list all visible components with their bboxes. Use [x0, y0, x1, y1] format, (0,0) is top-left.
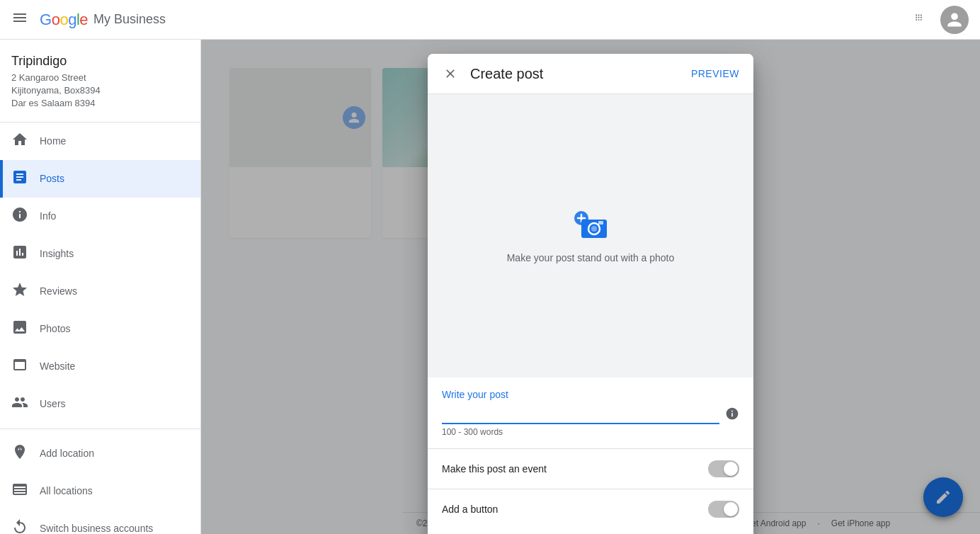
main-content: Create post PREVIEW	[201, 40, 980, 534]
post-section: Write your post 100 - 300 words	[428, 377, 753, 448]
svg-point-3	[591, 226, 597, 232]
post-input-wrapper	[442, 406, 719, 424]
event-toggle-row: Make this post an event	[428, 448, 753, 489]
info-icon	[11, 206, 28, 227]
reviews-icon	[11, 281, 28, 302]
sidebar-item-insights[interactable]: Insights	[0, 235, 200, 273]
website-icon	[11, 356, 28, 377]
preview-button[interactable]: PREVIEW	[691, 68, 739, 79]
sidebar-item-website[interactable]: Website	[0, 348, 200, 385]
write-post-label: Write your post	[442, 389, 739, 400]
home-icon	[11, 131, 28, 152]
sidebar-item-info[interactable]: Info	[0, 198, 200, 235]
app-name: My Business	[93, 12, 166, 27]
business-address: 2 Kangaroo Street Kijitonyama, Box8394 D…	[11, 72, 189, 110]
sidebar-item-add-location[interactable]: Add location	[0, 435, 200, 472]
sidebar-item-photos-label: Photos	[40, 323, 71, 334]
business-info: Tripindigo 2 Kangaroo Street Kijitonyama…	[0, 40, 200, 123]
button-toggle-label: Add a button	[442, 504, 498, 515]
post-input-row	[442, 406, 739, 424]
photo-upload-area[interactable]: Make your post stand out with a photo	[428, 94, 753, 377]
sidebar-item-all-locations-label: All locations	[40, 485, 93, 496]
insights-icon	[11, 244, 28, 264]
all-locations-icon	[11, 481, 28, 501]
sidebar-item-website-label: Website	[40, 360, 75, 372]
photo-upload-label: Make your post stand out with a photo	[507, 252, 675, 263]
svg-rect-4	[598, 221, 603, 225]
post-text-input[interactable]	[442, 406, 719, 424]
button-toggle-switch[interactable]	[708, 501, 739, 518]
modal-overlay: Create post PREVIEW	[201, 40, 980, 534]
sidebar-item-switch-business-label: Switch business accounts	[40, 523, 153, 534]
dialog-title: Create post	[470, 66, 691, 82]
sidebar-item-reviews-label: Reviews	[40, 285, 77, 297]
word-count-label: 100 - 300 words	[442, 427, 739, 437]
sidebar-item-reviews[interactable]: Reviews	[0, 273, 200, 310]
switch-business-icon	[11, 518, 28, 534]
dialog-body: Make your post stand out with a photo Wr…	[428, 94, 753, 534]
event-toggle-switch[interactable]	[708, 460, 739, 477]
sidebar-item-home[interactable]: Home	[0, 123, 200, 160]
apps-button[interactable]	[906, 6, 935, 34]
sidebar: Tripindigo 2 Kangaroo Street Kijitonyama…	[0, 40, 201, 534]
sidebar-item-home-label: Home	[40, 135, 66, 147]
add-photo-icon	[571, 208, 610, 244]
app-logo: Google My Business	[40, 11, 166, 29]
dialog-bottom-spacer	[428, 529, 753, 534]
event-toggle-label: Make this post an event	[442, 463, 547, 475]
nav-divider-1	[0, 428, 200, 429]
main-layout: Tripindigo 2 Kangaroo Street Kijitonyama…	[0, 40, 980, 534]
sidebar-item-users[interactable]: Users	[0, 385, 200, 423]
sidebar-item-switch-business[interactable]: Switch business accounts	[0, 510, 200, 534]
account-button[interactable]	[940, 6, 969, 34]
photos-icon	[11, 319, 28, 339]
sidebar-item-add-location-label: Add location	[40, 448, 94, 459]
create-post-dialog: Create post PREVIEW	[428, 54, 753, 534]
business-name: Tripindigo	[11, 54, 189, 69]
post-info-icon	[725, 407, 739, 424]
sidebar-item-users-label: Users	[40, 398, 66, 409]
sidebar-item-all-locations[interactable]: All locations	[0, 472, 200, 510]
button-toggle-row: Add a button	[428, 489, 753, 529]
dialog-header: Create post PREVIEW	[428, 54, 753, 94]
sidebar-item-posts[interactable]: Posts	[0, 160, 200, 198]
sidebar-item-photos[interactable]: Photos	[0, 310, 200, 348]
users-icon	[11, 394, 28, 414]
menu-icon[interactable]	[11, 9, 28, 30]
sidebar-item-info-label: Info	[40, 210, 56, 222]
add-location-icon	[11, 443, 28, 464]
topbar-right	[906, 6, 969, 34]
sidebar-item-insights-label: Insights	[40, 248, 74, 259]
posts-icon	[11, 169, 28, 189]
topbar: Google My Business	[0, 0, 980, 40]
sidebar-item-posts-label: Posts	[40, 173, 64, 184]
dialog-close-button[interactable]	[442, 65, 459, 82]
